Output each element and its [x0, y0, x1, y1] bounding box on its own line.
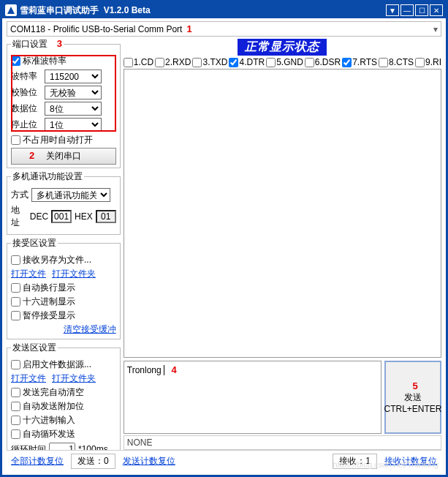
auto-loop-check[interactable]: [11, 429, 20, 439]
sig-gnd-check[interactable]: [266, 58, 276, 67]
send-btn-label1: 发送: [404, 391, 422, 404]
send-open-folder-link[interactable]: 打开文件夹: [52, 372, 96, 385]
sig-rxd-check[interactable]: [155, 58, 164, 67]
svg-marker-0: [7, 7, 15, 14]
mode-label: 方式: [11, 189, 29, 201]
app-title: 雪莉蓝串口调试助手 V1.2.0 Beta: [20, 4, 151, 17]
addr-hex-label: HEX: [75, 211, 93, 222]
loop-time-label: 循环时间: [11, 443, 46, 451]
signal-row: 1.CD 2.RXD 3.TXD 4.DTR 5.GND 6.DSR 7.RTS…: [124, 57, 441, 67]
parity-label: 校验位: [11, 86, 42, 99]
pause-recv-check[interactable]: [11, 311, 20, 320]
auto-loop-label: 自动循环发送: [23, 428, 75, 440]
sig-dsr-check[interactable]: [305, 58, 314, 67]
hex-input-label: 十六进制输入: [23, 414, 75, 427]
sig-rts-check[interactable]: [342, 58, 352, 67]
all-reset-link[interactable]: 全部计数复位: [11, 455, 64, 467]
annotation-2: 2: [29, 150, 34, 161]
annotation-4: 4: [171, 364, 176, 375]
stopbits-select[interactable]: 1位: [45, 118, 102, 132]
addr-hex-input[interactable]: [96, 210, 116, 223]
file-src-label: 启用文件数据源...: [23, 358, 91, 371]
send-button[interactable]: 5 发送 CTRL+ENTER: [384, 361, 441, 434]
parity-select[interactable]: 无校验: [45, 86, 102, 99]
databits-select[interactable]: 8位: [45, 102, 102, 116]
auto-addon-label: 自动发送附加位: [23, 400, 84, 413]
send-open-file-link[interactable]: 打开文件: [11, 372, 46, 385]
sig-dtr-check[interactable]: [229, 58, 238, 67]
recv-save-check[interactable]: [11, 255, 20, 265]
maximize-button[interactable]: ☐: [415, 4, 428, 16]
status-none: NONE: [124, 435, 441, 450]
recv-save-label: 接收另存为文件...: [23, 254, 91, 266]
send-count-box: 发送：0: [71, 454, 115, 469]
hex-input-check[interactable]: [11, 416, 20, 425]
multi-comm-group: 多机通讯功能设置 方式多机通讯功能关 地址 DEC HEX: [7, 170, 121, 235]
baud-select[interactable]: 115200: [45, 70, 102, 83]
std-baud-check[interactable]: [11, 56, 20, 66]
sig-cd-check[interactable]: [124, 58, 133, 67]
auto-addon-check[interactable]: [11, 402, 20, 411]
loop-time-input[interactable]: [49, 443, 75, 450]
addr-dec-input[interactable]: [51, 210, 72, 223]
recv-count-box: 接收：1: [333, 454, 377, 469]
close-port-button[interactable]: 2关闭串口: [11, 148, 116, 165]
port-select[interactable]: COM118 - Prolific USB-to-Serial Comm Por…: [7, 21, 441, 37]
recv-settings-group: 接受区设置 接收另存为文件... 打开文件打开文件夹 自动换行显示 十六进制显示…: [7, 237, 121, 339]
auto-wrap-label: 自动换行显示: [23, 282, 75, 294]
recv-settings-label: 接受区设置: [11, 237, 58, 249]
port-text: COM118 - Prolific USB-to-Serial Comm Por…: [10, 24, 182, 34]
auto-open-label: 不占用时自动打开: [23, 134, 93, 146]
auto-clear-send-check[interactable]: [11, 388, 20, 397]
addr-dec-label: DEC: [30, 211, 48, 222]
mode-select[interactable]: 多机通讯功能关: [31, 188, 110, 202]
std-baud-label: 标准波特率: [23, 55, 67, 67]
databits-label: 数据位: [11, 102, 42, 115]
recv-open-folder-link[interactable]: 打开文件夹: [52, 268, 96, 280]
pin-button[interactable]: ▼: [386, 4, 399, 16]
port-settings-group: 端口设置 3 标准波特率 波特率115200 校验位无校验 数据位8位 停止位1…: [7, 38, 121, 168]
minimize-button[interactable]: —: [400, 4, 414, 16]
annotation-5: 5: [412, 380, 417, 391]
pause-recv-label: 暂停接受显示: [23, 309, 75, 322]
recv-reset-link[interactable]: 接收计数复位: [384, 455, 437, 467]
multi-comm-label: 多机通讯功能设置: [11, 170, 84, 183]
stopbits-label: 停止位: [11, 119, 42, 131]
loop-time-unit: *100ms: [78, 444, 108, 450]
baud-label: 波特率: [11, 70, 42, 83]
annotation-3: 3: [57, 38, 62, 49]
annotation-1: 1: [186, 23, 191, 34]
hex-disp-label: 十六进制显示: [23, 296, 75, 308]
receive-area[interactable]: [124, 69, 441, 358]
send-btn-label2: CTRL+ENTER: [384, 404, 442, 414]
sig-cts-check[interactable]: [379, 58, 388, 67]
auto-open-check[interactable]: [11, 135, 20, 145]
file-src-check[interactable]: [11, 360, 20, 369]
sig-txd-check[interactable]: [192, 58, 202, 67]
clear-recv-link[interactable]: 清空接受缓冲: [64, 324, 116, 334]
send-text: Tronlong: [127, 365, 162, 375]
recv-open-file-link[interactable]: 打开文件: [11, 268, 46, 280]
send-settings-label: 发送区设置: [11, 342, 58, 354]
close-button[interactable]: ✕: [430, 4, 443, 16]
sig-ri-check[interactable]: [415, 58, 425, 67]
addr-label: 地址: [11, 204, 27, 229]
auto-clear-send-label: 发送完自动清空: [23, 386, 84, 399]
port-settings-label: 端口设置: [12, 39, 48, 49]
status-banner: 正常显示状态: [238, 39, 327, 56]
send-reset-link[interactable]: 发送计数复位: [123, 455, 175, 467]
send-settings-group: 发送区设置 启用文件数据源... 打开文件打开文件夹 发送完自动清空 自动发送附…: [7, 342, 121, 450]
auto-wrap-check[interactable]: [11, 283, 20, 293]
hex-disp-check[interactable]: [11, 297, 20, 307]
app-logo-icon: [5, 4, 17, 16]
send-textarea[interactable]: Tronlong 4: [124, 361, 381, 434]
